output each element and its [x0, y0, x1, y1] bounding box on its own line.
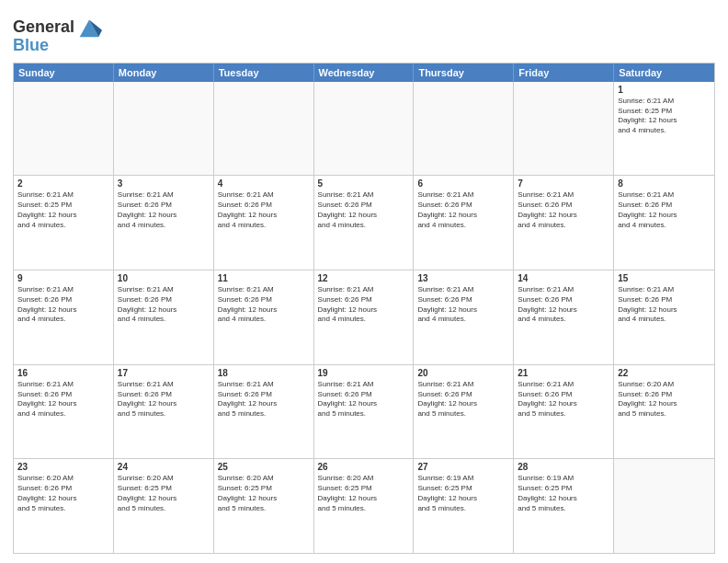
- cal-cell: 17Sunrise: 6:21 AM Sunset: 6:26 PM Dayli…: [114, 365, 214, 459]
- day-number: 7: [518, 178, 609, 189]
- day-info: Sunrise: 6:21 AM Sunset: 6:25 PM Dayligh…: [17, 190, 109, 230]
- week-row-4: 23Sunrise: 6:20 AM Sunset: 6:26 PM Dayli…: [14, 459, 714, 553]
- day-info: Sunrise: 6:21 AM Sunset: 6:26 PM Dayligh…: [518, 285, 609, 325]
- cal-cell: 19Sunrise: 6:21 AM Sunset: 6:26 PM Dayli…: [314, 365, 415, 459]
- calendar: SundayMondayTuesdayWednesdayThursdayFrid…: [13, 63, 715, 554]
- day-info: Sunrise: 6:21 AM Sunset: 6:26 PM Dayligh…: [218, 190, 310, 230]
- day-number: 14: [518, 273, 609, 283]
- cal-cell: 15Sunrise: 6:21 AM Sunset: 6:26 PM Dayli…: [614, 270, 714, 364]
- day-number: 1: [618, 85, 711, 95]
- day-number: 8: [618, 178, 711, 189]
- day-info: Sunrise: 6:21 AM Sunset: 6:25 PM Dayligh…: [618, 97, 711, 136]
- day-info: Sunrise: 6:21 AM Sunset: 6:26 PM Dayligh…: [318, 380, 410, 419]
- cal-cell: [114, 82, 214, 176]
- day-number: 10: [118, 273, 210, 283]
- day-number: 11: [218, 273, 310, 283]
- header-day-monday: Monday: [114, 63, 214, 82]
- cal-cell: 3Sunrise: 6:21 AM Sunset: 6:26 PM Daylig…: [114, 176, 214, 270]
- day-number: 3: [118, 178, 210, 189]
- day-number: 21: [518, 368, 609, 378]
- cal-cell: [214, 82, 314, 176]
- cal-cell: 26Sunrise: 6:20 AM Sunset: 6:25 PM Dayli…: [314, 459, 415, 553]
- day-info: Sunrise: 6:21 AM Sunset: 6:26 PM Dayligh…: [118, 190, 210, 230]
- day-number: 26: [318, 462, 410, 472]
- day-number: 24: [118, 462, 210, 472]
- logo-text-general: General: [13, 18, 74, 37]
- header-day-tuesday: Tuesday: [214, 63, 314, 82]
- day-number: 20: [417, 368, 509, 378]
- header-day-sunday: Sunday: [14, 63, 114, 82]
- cal-cell: [514, 82, 614, 176]
- header: General Blue: [13, 11, 715, 55]
- day-number: 4: [218, 178, 310, 189]
- day-info: Sunrise: 6:19 AM Sunset: 6:25 PM Dayligh…: [518, 474, 609, 513]
- day-info: Sunrise: 6:21 AM Sunset: 6:26 PM Dayligh…: [518, 190, 609, 230]
- cal-cell: 1Sunrise: 6:21 AM Sunset: 6:25 PM Daylig…: [614, 82, 714, 176]
- cal-cell: 5Sunrise: 6:21 AM Sunset: 6:26 PM Daylig…: [314, 176, 415, 270]
- day-info: Sunrise: 6:21 AM Sunset: 6:26 PM Dayligh…: [417, 380, 509, 419]
- cal-cell: [14, 82, 114, 176]
- day-number: 6: [417, 178, 509, 189]
- cal-cell: 4Sunrise: 6:21 AM Sunset: 6:26 PM Daylig…: [214, 176, 314, 270]
- cal-cell: [614, 459, 714, 553]
- header-day-thursday: Thursday: [414, 63, 514, 82]
- day-info: Sunrise: 6:20 AM Sunset: 6:25 PM Dayligh…: [318, 474, 410, 513]
- header-day-saturday: Saturday: [614, 63, 714, 82]
- day-number: 17: [118, 368, 210, 378]
- calendar-body: 1Sunrise: 6:21 AM Sunset: 6:25 PM Daylig…: [14, 82, 714, 553]
- day-info: Sunrise: 6:19 AM Sunset: 6:25 PM Dayligh…: [417, 474, 509, 513]
- week-row-3: 16Sunrise: 6:21 AM Sunset: 6:26 PM Dayli…: [14, 365, 714, 460]
- cal-cell: 11Sunrise: 6:21 AM Sunset: 6:26 PM Dayli…: [214, 270, 314, 364]
- logo-text-blue: Blue: [13, 37, 49, 55]
- day-info: Sunrise: 6:21 AM Sunset: 6:26 PM Dayligh…: [618, 190, 711, 230]
- calendar-header: SundayMondayTuesdayWednesdayThursdayFrid…: [14, 63, 714, 82]
- day-info: Sunrise: 6:20 AM Sunset: 6:26 PM Dayligh…: [17, 474, 109, 513]
- day-info: Sunrise: 6:21 AM Sunset: 6:26 PM Dayligh…: [417, 190, 509, 230]
- week-row-2: 9Sunrise: 6:21 AM Sunset: 6:26 PM Daylig…: [14, 270, 714, 365]
- week-row-0: 1Sunrise: 6:21 AM Sunset: 6:25 PM Daylig…: [14, 82, 714, 177]
- cal-cell: 22Sunrise: 6:20 AM Sunset: 6:26 PM Dayli…: [614, 365, 714, 459]
- day-info: Sunrise: 6:21 AM Sunset: 6:26 PM Dayligh…: [118, 285, 210, 325]
- cal-cell: 27Sunrise: 6:19 AM Sunset: 6:25 PM Dayli…: [414, 459, 514, 553]
- cal-cell: [414, 82, 514, 176]
- day-info: Sunrise: 6:21 AM Sunset: 6:26 PM Dayligh…: [218, 380, 310, 419]
- day-number: 16: [17, 368, 109, 378]
- cal-cell: 8Sunrise: 6:21 AM Sunset: 6:26 PM Daylig…: [614, 176, 714, 270]
- cal-cell: 2Sunrise: 6:21 AM Sunset: 6:25 PM Daylig…: [14, 176, 114, 270]
- day-number: 28: [518, 462, 609, 472]
- day-info: Sunrise: 6:21 AM Sunset: 6:26 PM Dayligh…: [518, 380, 609, 419]
- cal-cell: 28Sunrise: 6:19 AM Sunset: 6:25 PM Dayli…: [514, 459, 614, 553]
- day-number: 13: [417, 273, 509, 283]
- day-number: 12: [318, 273, 410, 283]
- cal-cell: 6Sunrise: 6:21 AM Sunset: 6:26 PM Daylig…: [414, 176, 514, 270]
- cal-cell: 21Sunrise: 6:21 AM Sunset: 6:26 PM Dayli…: [514, 365, 614, 459]
- cal-cell: 9Sunrise: 6:21 AM Sunset: 6:26 PM Daylig…: [14, 270, 114, 364]
- day-number: 15: [618, 273, 711, 283]
- logo-icon: [76, 15, 102, 40]
- cal-cell: 7Sunrise: 6:21 AM Sunset: 6:26 PM Daylig…: [514, 176, 614, 270]
- day-info: Sunrise: 6:21 AM Sunset: 6:26 PM Dayligh…: [417, 285, 509, 325]
- cal-cell: 24Sunrise: 6:20 AM Sunset: 6:25 PM Dayli…: [114, 459, 214, 553]
- week-row-1: 2Sunrise: 6:21 AM Sunset: 6:25 PM Daylig…: [14, 176, 714, 270]
- day-number: 27: [417, 462, 509, 472]
- cal-cell: 18Sunrise: 6:21 AM Sunset: 6:26 PM Dayli…: [214, 365, 314, 459]
- day-number: 9: [17, 273, 109, 283]
- day-info: Sunrise: 6:21 AM Sunset: 6:26 PM Dayligh…: [318, 285, 410, 325]
- day-number: 2: [17, 178, 109, 189]
- day-number: 19: [318, 368, 410, 378]
- header-day-friday: Friday: [514, 63, 614, 82]
- day-info: Sunrise: 6:21 AM Sunset: 6:26 PM Dayligh…: [218, 285, 310, 325]
- cal-cell: 20Sunrise: 6:21 AM Sunset: 6:26 PM Dayli…: [414, 365, 514, 459]
- day-info: Sunrise: 6:21 AM Sunset: 6:26 PM Dayligh…: [17, 285, 109, 325]
- cal-cell: 10Sunrise: 6:21 AM Sunset: 6:26 PM Dayli…: [114, 270, 214, 364]
- day-info: Sunrise: 6:21 AM Sunset: 6:26 PM Dayligh…: [17, 380, 109, 419]
- logo: General Blue: [13, 15, 102, 55]
- header-day-wednesday: Wednesday: [314, 63, 415, 82]
- day-number: 18: [218, 368, 310, 378]
- day-number: 22: [618, 368, 711, 378]
- cal-cell: 13Sunrise: 6:21 AM Sunset: 6:26 PM Dayli…: [414, 270, 514, 364]
- cal-cell: 14Sunrise: 6:21 AM Sunset: 6:26 PM Dayli…: [514, 270, 614, 364]
- day-info: Sunrise: 6:20 AM Sunset: 6:26 PM Dayligh…: [618, 380, 711, 419]
- day-info: Sunrise: 6:21 AM Sunset: 6:26 PM Dayligh…: [618, 285, 711, 325]
- day-number: 23: [17, 462, 109, 472]
